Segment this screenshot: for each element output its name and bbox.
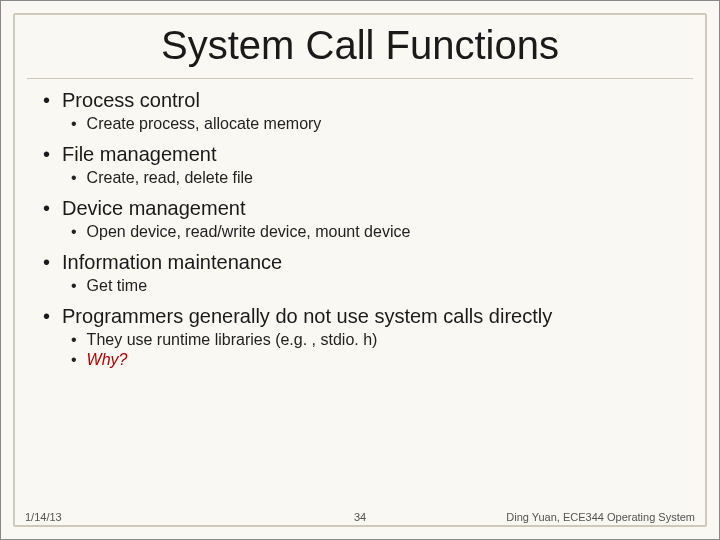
sub-list-item: They use runtime libraries (e.g. , stdio… — [71, 331, 683, 349]
sub-list-item: Why? — [71, 351, 683, 369]
sub-list: They use runtime libraries (e.g. , stdio… — [37, 331, 683, 369]
bullet-text: Device management — [37, 197, 683, 220]
slide-footer: 1/14/13 34 Ding Yuan, ECE344 Operating S… — [25, 511, 695, 523]
sub-bullet-text: They use runtime libraries (e.g. , stdio… — [87, 331, 378, 349]
list-item: Programmers generally do not use system … — [37, 305, 683, 369]
sub-bullet-text: Open device, read/write device, mount de… — [87, 223, 411, 241]
sub-list-item: Open device, read/write device, mount de… — [71, 223, 683, 241]
slide-content: Process control Create process, allocate… — [1, 89, 719, 369]
sub-bullet-text: Get time — [87, 277, 147, 295]
sub-bullet-text: Create, read, delete file — [87, 169, 253, 187]
bullet-text: Programmers generally do not use system … — [37, 305, 683, 328]
sub-list: Create, read, delete file — [37, 169, 683, 187]
sub-bullet-text-emphasis: Why? — [87, 351, 128, 369]
footer-date: 1/14/13 — [25, 511, 62, 523]
list-item: Process control Create process, allocate… — [37, 89, 683, 133]
list-item: Device management Open device, read/writ… — [37, 197, 683, 241]
sub-list-item: Create, read, delete file — [71, 169, 683, 187]
list-item: Information maintenance Get time — [37, 251, 683, 295]
slide: System Call Functions Process control Cr… — [0, 0, 720, 540]
footer-author: Ding Yuan, ECE344 Operating System — [506, 511, 695, 523]
bullet-text: Information maintenance — [37, 251, 683, 274]
bullet-text: Process control — [37, 89, 683, 112]
sub-list: Open device, read/write device, mount de… — [37, 223, 683, 241]
sub-list: Create process, allocate memory — [37, 115, 683, 133]
sub-list: Get time — [37, 277, 683, 295]
footer-page-number: 34 — [354, 511, 366, 523]
sub-bullet-text: Create process, allocate memory — [87, 115, 322, 133]
bullet-list: Process control Create process, allocate… — [37, 89, 683, 369]
sub-list-item: Get time — [71, 277, 683, 295]
list-item: File management Create, read, delete fil… — [37, 143, 683, 187]
sub-list-item: Create process, allocate memory — [71, 115, 683, 133]
slide-title: System Call Functions — [1, 1, 719, 78]
bullet-text: File management — [37, 143, 683, 166]
title-underline — [27, 78, 693, 79]
